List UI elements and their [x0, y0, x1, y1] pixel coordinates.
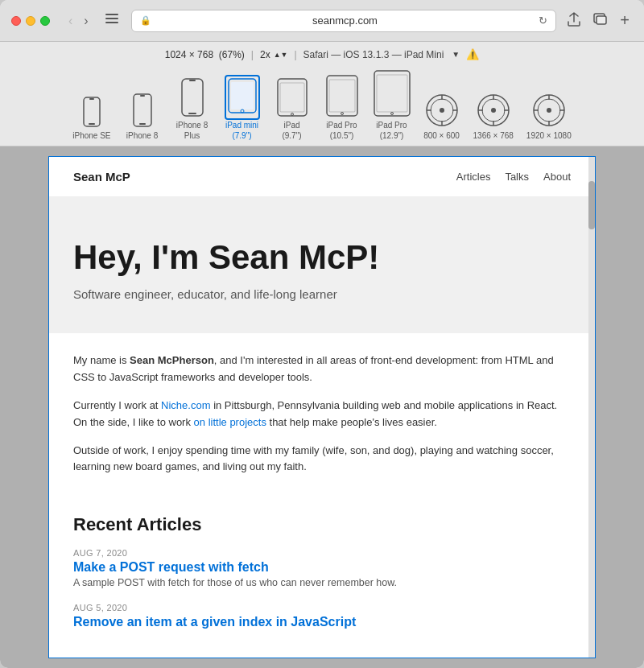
recent-articles: Recent Articles AUG 7, 2020 Make a POST …	[49, 506, 595, 658]
warning-icon: ⚠️	[466, 48, 479, 60]
ppi-selector[interactable]: 2x ▲▼	[260, 49, 288, 60]
device-ipad-pro-129[interactable]: iPad Pro (12.9")	[367, 67, 417, 142]
device-name-ipad-pro-129: iPad Pro (12.9")	[376, 120, 407, 141]
projects-link[interactable]: on little projects	[194, 416, 266, 428]
article-title-1[interactable]: Make a POST request with fetch	[73, 560, 571, 575]
device-name-1366x768: 1366 × 768	[473, 130, 514, 141]
lock-icon: 🔒	[140, 15, 151, 26]
browser-window: ‹ › 🔒 seanmcp.com ↻	[0, 0, 644, 668]
hero-title: Hey, I'm Sean McP!	[73, 237, 571, 278]
nav-talks[interactable]: Talks	[505, 171, 529, 183]
svg-rect-9	[139, 123, 146, 125]
svg-rect-21	[329, 80, 355, 112]
device-icons-row: iPhone SE iPhone 8 iPhone 8 Plus	[0, 67, 644, 142]
device-name-1920x1080: 1920 × 1080	[526, 130, 572, 141]
hero-section: Hey, I'm Sean McP! Software engineer, ed…	[49, 197, 595, 333]
bio-p3: Outside of work, I enjoy spending time w…	[73, 443, 571, 476]
close-button[interactable]	[11, 16, 21, 26]
svg-rect-4	[597, 16, 606, 24]
device-name-ipad-mini: iPad mini (7.9")	[225, 120, 258, 141]
device-ipad-mini[interactable]: iPad mini (7.9")	[217, 72, 267, 142]
svg-rect-10	[140, 95, 145, 97]
svg-rect-13	[189, 80, 196, 81]
niche-link[interactable]: Niche.com	[161, 399, 210, 411]
maximize-button[interactable]	[40, 16, 50, 26]
device-1366x768[interactable]: 1366 × 768	[467, 90, 520, 142]
share-button[interactable]	[564, 10, 584, 31]
device-name-ipad-97: iPad (9.7")	[282, 120, 301, 141]
article-desc-1: A sample POST with fetch for those of us…	[73, 577, 571, 588]
site-nav: Articles Talks About	[456, 171, 571, 183]
device-name-iphone-8: iPhone 8	[126, 130, 158, 141]
ua-chevron[interactable]: ▼	[452, 50, 460, 59]
svg-point-25	[390, 113, 393, 115]
content-section: My name is Sean McPherson, and I'm inter…	[49, 333, 595, 506]
svg-point-42	[547, 108, 551, 113]
svg-rect-7	[89, 98, 94, 100]
svg-rect-11	[182, 79, 203, 116]
minimize-button[interactable]	[26, 16, 35, 26]
scrollbar-thumb[interactable]	[588, 181, 595, 229]
svg-rect-20	[327, 76, 357, 116]
forward-button[interactable]: ›	[80, 12, 92, 30]
divider2: |	[294, 49, 296, 60]
address-bar[interactable]: 🔒 seanmcp.com ↻	[131, 10, 557, 32]
toolbar-right: +	[564, 10, 633, 31]
nav-about[interactable]: About	[543, 171, 571, 183]
dimensions-row: 1024 × 768 (67%) | 2x ▲▼ | Safari — iOS …	[0, 48, 644, 60]
svg-rect-17	[278, 79, 307, 116]
device-name-ipad-pro-105: iPad Pro (10.5")	[326, 120, 357, 141]
svg-rect-8	[134, 94, 151, 126]
nav-articles[interactable]: Articles	[456, 171, 491, 183]
article-item-2: AUG 5, 2020 Remove an item at a given in…	[73, 603, 571, 629]
responsive-bar: 1024 × 768 (67%) | 2x ▲▼ | Safari — iOS …	[0, 42, 644, 146]
hero-subtitle: Software engineer, educator, and life-lo…	[73, 287, 571, 301]
back-button[interactable]: ‹	[64, 12, 76, 30]
svg-rect-15	[231, 82, 254, 109]
title-bar: ‹ › 🔒 seanmcp.com ↻	[0, 0, 644, 42]
article-item-1: AUG 7, 2020 Make a POST request with fet…	[73, 548, 571, 588]
author-name: Sean McPherson	[130, 354, 214, 366]
nav-buttons: ‹ ›	[64, 12, 93, 30]
site-header: Sean McP Articles Talks About	[49, 157, 595, 197]
traffic-lights	[11, 16, 50, 26]
device-800x600[interactable]: 800 × 600	[417, 90, 467, 142]
new-tab-button[interactable]: +	[617, 10, 633, 31]
svg-point-19	[291, 113, 293, 116]
reload-button[interactable]: ↻	[539, 14, 547, 27]
recent-articles-title: Recent Articles	[73, 514, 571, 535]
dimensions-text: 1024 × 768 (67%)	[165, 49, 245, 60]
bio-p2: Currently I work at Niche.com in Pittsbu…	[73, 398, 571, 431]
ipad-frame: Sean McP Articles Talks About Hey, I'm S…	[48, 156, 596, 658]
device-name-iphone-8-plus: iPhone 8 Plus	[176, 120, 208, 141]
svg-rect-12	[188, 113, 196, 114]
device-iphone-se[interactable]: iPhone SE	[66, 93, 117, 142]
device-1920x1080[interactable]: 1920 × 1080	[520, 90, 578, 142]
svg-rect-6	[89, 123, 95, 125]
svg-rect-1	[105, 18, 118, 19]
article-title-2[interactable]: Remove an item at a given index in JavaS…	[73, 615, 571, 629]
sidebar-button[interactable]	[101, 12, 123, 29]
device-iphone-8-plus[interactable]: iPhone 8 Plus	[167, 75, 217, 142]
device-iphone-8[interactable]: iPhone 8	[118, 90, 167, 142]
device-name-iphone-se: iPhone SE	[72, 130, 110, 141]
bio-p1: My name is Sean McPherson, and I'm inter…	[73, 353, 571, 386]
article-date-1: AUG 7, 2020	[73, 548, 571, 558]
device-ipad-97[interactable]: iPad (9.7")	[267, 75, 317, 142]
svg-rect-18	[280, 83, 304, 112]
ua-label: Safari — iOS 13.1.3 — iPad Mini	[303, 49, 444, 60]
svg-rect-5	[84, 97, 100, 126]
svg-point-22	[341, 113, 343, 115]
svg-rect-2	[105, 22, 118, 23]
svg-rect-24	[377, 75, 407, 112]
site-logo: Sean McP	[73, 170, 130, 183]
device-ipad-pro-105[interactable]: iPad Pro (10.5")	[317, 72, 367, 142]
svg-point-35	[491, 108, 496, 113]
browser-viewport: Sean McP Articles Talks About Hey, I'm S…	[0, 146, 644, 668]
article-date-2: AUG 5, 2020	[73, 603, 571, 612]
tabs-button[interactable]	[590, 11, 610, 30]
url-text: seanmcp.com	[156, 14, 535, 27]
svg-rect-23	[374, 71, 410, 116]
svg-point-28	[440, 108, 444, 113]
svg-rect-0	[105, 14, 118, 15]
